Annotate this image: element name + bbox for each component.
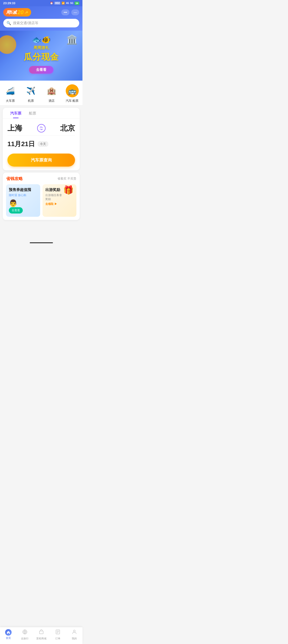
banner-button[interactable]: 去看看 <box>29 66 54 74</box>
bus-icon-wrap: 🚌 <box>66 84 79 97</box>
search-bar[interactable]: 🔍 搜索交通/酒店等 <box>3 19 79 28</box>
saving-section: 省钱攻略 省着买 不买贵 预售券超值囤 随时退 放心购 👨 去逛逛 🎁 出游奖励… <box>3 172 80 220</box>
header-actions: ••• — <box>61 9 79 15</box>
bus-icon: 🚌 <box>68 87 76 95</box>
page-indicator <box>30 242 53 243</box>
presale-figure: 👨 <box>9 199 38 207</box>
presale-card-desc: 随时退 放心购 <box>9 193 38 197</box>
route-row: 上海 北京 <box>3 118 80 135</box>
logo-num: 20 <box>18 9 24 16</box>
categories: 🚄 火车票 ✈️ 机票 🏨 酒店 🚌 汽车·船票 <box>0 80 82 106</box>
booking-section: 汽车票 船票 上海 北京 11月21日 今天 汽车票查询 <box>3 108 80 170</box>
saving-cards: 预售券超值囤 随时退 放心购 👨 去逛逛 🎁 出游奖励 出游领任务拿奖励 去领取… <box>6 184 76 217</box>
signal-4g-icon: 4G <box>66 2 69 4</box>
category-bus-label: 汽车·船票 <box>66 99 79 103</box>
search-bus-ticket-button[interactable]: 汽车票查询 <box>8 154 75 166</box>
swap-cities-button[interactable] <box>37 124 46 132</box>
category-plane[interactable]: ✈️ 机票 <box>24 84 38 103</box>
travel-date: 11月21日 <box>8 140 35 148</box>
wifi-icon: 📶 <box>62 2 65 5</box>
plane-icon: ✈️ <box>26 86 36 95</box>
header-top: 周5减 20 ✨ ••• — <box>3 8 79 16</box>
banner-decoration <box>0 35 16 54</box>
hotel-icon-wrap: 🏨 <box>45 84 58 97</box>
status-time: 23:29:33 <box>3 2 15 5</box>
saving-title: 省钱攻略 <box>6 176 23 182</box>
to-city[interactable]: 北京 <box>60 123 75 133</box>
train-icon-wrap: 🚄 <box>4 84 17 97</box>
train-icon: 🚄 <box>6 86 15 95</box>
tab-boat-ticket[interactable]: 船票 <box>25 108 40 118</box>
logo-text: 周5减 <box>6 10 17 15</box>
category-hotel[interactable]: 🏨 酒店 <box>45 84 58 103</box>
category-train[interactable]: 🚄 火车票 <box>4 84 17 103</box>
status-bar: 23:29:33 ⏰ HD2 📶 4G 5G 34 <box>0 0 82 6</box>
hd-icon: HD2 <box>54 2 60 5</box>
dots-icon: ••• <box>64 10 67 14</box>
logo-decoration: ✨ <box>24 10 28 14</box>
presale-card-button[interactable]: 去逛逛 <box>9 207 23 214</box>
category-hotel-label: 酒店 <box>48 99 54 103</box>
tab-bus-ticket[interactable]: 汽车票 <box>6 108 25 118</box>
signal-5g-icon: 5G <box>70 2 73 4</box>
banner-coins-decoration: 🏛️ <box>66 34 78 45</box>
category-plane-label: 机票 <box>28 99 34 103</box>
date-today-badge: 今天 <box>38 141 48 147</box>
reward-card-inner: 🎁 出游奖励 出游领任务拿奖励 去领取 ▶ <box>45 188 74 206</box>
promo-logo[interactable]: 周5减 20 ✨ <box>3 8 31 16</box>
promo-banner[interactable]: 🏛️ 🐟🐠 周周游礼 瓜分现金 去看看 <box>0 31 82 80</box>
main-content: 🚄 火车票 ✈️ 机票 🏨 酒店 🚌 汽车·船票 汽车票 船票 <box>0 80 82 241</box>
menu-button[interactable]: ••• <box>61 9 70 15</box>
bottom-spacer <box>0 222 82 241</box>
hotel-icon: 🏨 <box>47 86 56 95</box>
logo-area: 周5减 20 ✨ <box>3 8 31 16</box>
minus-icon: — <box>74 10 77 14</box>
header: 周5减 20 ✨ ••• — 🔍 搜索交通/酒店等 <box>0 6 82 31</box>
saving-subtitle: 省着买 不买贵 <box>57 176 76 181</box>
tab-row: 汽车票 船票 <box>3 108 80 118</box>
alarm-icon: ⏰ <box>50 2 53 5</box>
minimize-button[interactable]: — <box>71 9 79 15</box>
status-icons: ⏰ HD2 📶 4G 5G 34 <box>50 2 79 5</box>
date-row[interactable]: 11月21日 今天 <box>3 136 80 153</box>
search-icon: 🔍 <box>6 21 11 25</box>
search-placeholder: 搜索交通/酒店等 <box>13 21 38 25</box>
presale-card-title: 预售券超值囤 <box>9 188 38 192</box>
presale-card[interactable]: 预售券超值囤 随时退 放心购 👨 去逛逛 <box>6 184 40 217</box>
from-city[interactable]: 上海 <box>8 123 22 133</box>
presale-avatar: 👨 <box>9 199 18 207</box>
saving-header: 省钱攻略 省着买 不买贵 <box>6 176 76 182</box>
reward-card[interactable]: 🎁 出游奖励 出游领任务拿奖励 去领取 ▶ <box>42 184 77 217</box>
reward-card-button[interactable]: 去领取 ▶ <box>45 202 74 206</box>
banner-title: 瓜分现金 <box>3 51 79 63</box>
battery-indicator: 34 <box>74 2 79 5</box>
plane-icon-wrap: ✈️ <box>24 84 38 97</box>
category-train-label: 火车票 <box>6 99 15 103</box>
gift-icon: 🎁 <box>63 185 74 195</box>
category-bus[interactable]: 🚌 汽车·船票 <box>66 84 79 103</box>
